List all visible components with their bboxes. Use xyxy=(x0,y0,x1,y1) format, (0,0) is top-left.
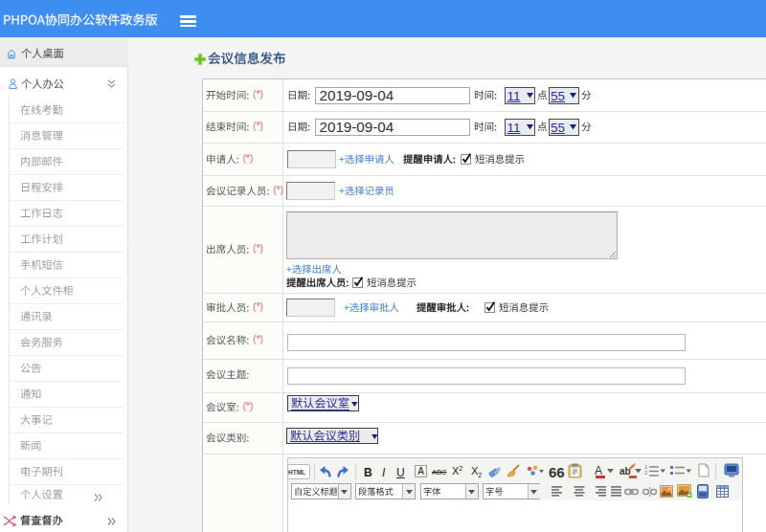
svg-text:2: 2 xyxy=(644,470,647,476)
